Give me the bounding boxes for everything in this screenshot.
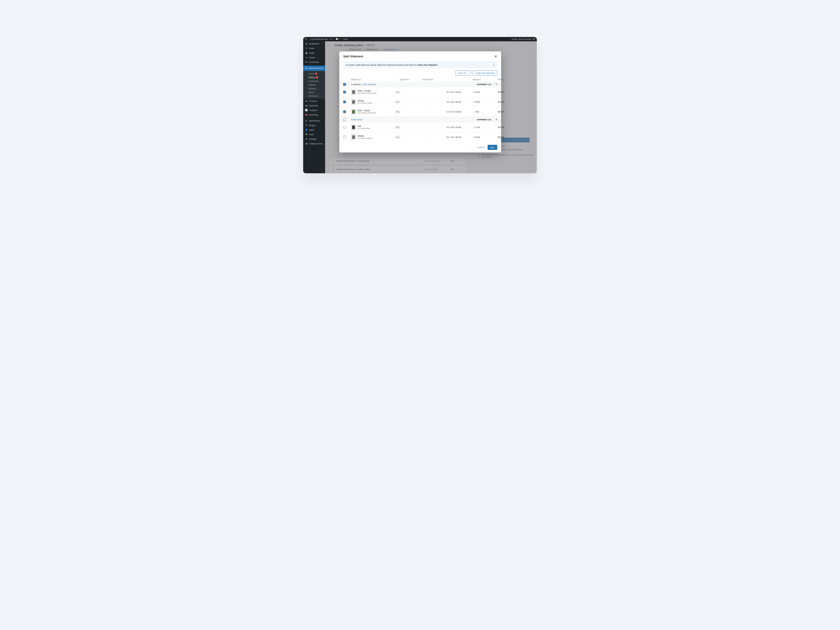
- product-slug: woo-fasion-shirt-green: [358, 112, 376, 114]
- product-thumb: [351, 89, 356, 95]
- nav-posts[interactable]: ✎Posts: [303, 46, 325, 51]
- nav-woocommerce[interactable]: ⓦWooCommerce: [303, 66, 325, 71]
- nav-plugins[interactable]: 🔌Plugins: [303, 123, 325, 128]
- col-spacer: [441, 79, 467, 81]
- product-row: Shoeswoo-fasion-shoes x 1 - 18 x 28 x 38…: [339, 133, 501, 142]
- product-slug: woo-fasion-shirt-cream: [358, 92, 376, 94]
- product-thumb: [351, 109, 356, 115]
- nav-products[interactable]: 🛍Products: [303, 99, 325, 103]
- remove-shipment-icon[interactable]: ✕: [491, 83, 497, 85]
- product-name: Shoes: [358, 99, 372, 102]
- select-all-checkbox[interactable]: ✓: [343, 83, 346, 86]
- nav-pages[interactable]: ▭Pages: [303, 55, 325, 60]
- subnav-status[interactable]: Status: [303, 90, 325, 94]
- price: $18.00: [487, 101, 504, 103]
- product-name: Hat: [358, 125, 370, 127]
- dimensions: 18 x 28 x 38 (in): [441, 101, 467, 103]
- quantity-pill: x 1: [395, 136, 401, 139]
- row-checkbox[interactable]: ✓: [343, 111, 346, 113]
- nav-media[interactable]: ▣Media: [303, 51, 325, 55]
- shipment-group-header: Select all (5) SHIPMENT 2/2 ✕: [339, 117, 501, 123]
- quantity-pill: x 1: [395, 90, 401, 94]
- save-button[interactable]: Save: [488, 145, 497, 150]
- row-checkbox[interactable]: [343, 126, 346, 129]
- shipment-label: SHIPMENT 2/2: [395, 118, 491, 121]
- product-row: ✓ Shirt - Greenwoo-fasion-shirt-green x …: [339, 107, 501, 117]
- row-checkbox[interactable]: ✓: [343, 101, 346, 103]
- remove-shipment-icon[interactable]: ✕: [491, 118, 497, 121]
- price: $12.00: [487, 126, 504, 128]
- nav-tools[interactable]: 🛠Tools: [303, 132, 325, 137]
- nav-comments[interactable]: ✉Comments: [303, 60, 325, 64]
- col-weight: Weight: [467, 79, 487, 81]
- row-checkbox[interactable]: [343, 136, 346, 139]
- price: $18.00: [487, 136, 504, 138]
- col-product: Product: [351, 79, 395, 81]
- site-name[interactable]: ⌂ My WordPress Site: [309, 38, 328, 40]
- move-to-button[interactable]: Move To⌄: [456, 70, 471, 76]
- product-slug: woo-fasion-hat: [358, 127, 370, 129]
- admin-bar: ⓦ ⌂ My WordPress Site ⟳ 1 💬 0 + New Howd…: [303, 37, 537, 41]
- app-window: ⓦ ⌂ My WordPress Site ⟳ 1 💬 0 + New Howd…: [303, 37, 537, 173]
- weight: 0.8 lbs: [467, 101, 487, 103]
- product-name: Shirt - Green: [358, 109, 376, 112]
- nav-payments[interactable]: ▤Payments: [303, 103, 325, 108]
- wp-logo-icon[interactable]: ⓦ: [305, 38, 307, 41]
- price: $25.00: [487, 91, 504, 93]
- nav-analytics[interactable]: 📊Analytics: [303, 108, 325, 112]
- subnav-customers[interactable]: Customers: [303, 79, 325, 83]
- avatar[interactable]: [533, 38, 535, 40]
- subnav-home[interactable]: Home3: [303, 72, 325, 76]
- product-slug: woo-fasion-shoes: [358, 137, 372, 139]
- dimensions: 13 x 23 x 33 (in): [441, 126, 467, 128]
- nav-dashboard[interactable]: ⊞Dashboard: [303, 41, 325, 46]
- dismiss-notice-icon[interactable]: ✕: [493, 63, 495, 66]
- row-checkbox[interactable]: ✓: [343, 91, 346, 93]
- nav-appearance[interactable]: 🖌Appearance: [303, 118, 325, 123]
- product-row: › Hatwoo-fasion-hat x 4 - 13 x 23 x 33 (…: [339, 123, 501, 133]
- product-thumb: [351, 124, 356, 130]
- modal-title: Split Shipment: [343, 55, 494, 58]
- product-name: Shirt - Cream: [358, 90, 376, 92]
- nav-settings[interactable]: ⚙Settings: [303, 137, 325, 141]
- info-notice: To create a split shipment, please selec…: [343, 62, 497, 68]
- nav-users[interactable]: 👤Users: [303, 128, 325, 132]
- dimensions: 10 x 20 x 30 (in): [441, 91, 467, 93]
- product-slug: woo-fasion-shoes: [358, 102, 372, 104]
- subnav-orders[interactable]: Orders6: [303, 76, 325, 79]
- expand-icon[interactable]: ›: [347, 126, 348, 128]
- col-price: Price: [487, 79, 504, 81]
- shipment-label: SHIPMENT 1/2: [395, 83, 491, 85]
- howdy-text[interactable]: Howdy, Team Escargot: [512, 38, 532, 40]
- admin-sidebar: ⊞Dashboard ✎Posts ▣Media ▭Pages ✉Comment…: [303, 41, 325, 173]
- subnav-settings[interactable]: Settings: [303, 87, 325, 90]
- create-shipment-button[interactable]: Create new shipment: [473, 70, 497, 76]
- col-variation: Variation: [415, 79, 441, 81]
- quantity-pill: x 4: [395, 126, 401, 129]
- select-all-checkbox[interactable]: [343, 118, 346, 121]
- subnav-reports[interactable]: Reports: [303, 83, 325, 87]
- clear-selection-link[interactable]: Clear selection: [362, 83, 376, 85]
- select-all-link[interactable]: Select all (5): [351, 118, 395, 121]
- subnav-extensions[interactable]: Extensions: [303, 94, 325, 98]
- table-header: Product Quantity Variation Weight Price: [339, 77, 501, 82]
- cancel-button[interactable]: Cancel: [477, 145, 486, 150]
- comments-count[interactable]: 💬 0: [336, 38, 340, 40]
- chevron-down-icon: ⌄: [467, 72, 469, 74]
- product-thumb: [351, 134, 356, 140]
- weight: 1 lbs: [467, 111, 487, 113]
- nav-collapse[interactable]: ◀Collapse menu: [303, 141, 325, 146]
- close-icon[interactable]: ✕: [494, 54, 497, 58]
- col-quantity: Quantity: [395, 79, 415, 81]
- new-content[interactable]: + New: [342, 38, 347, 40]
- product-row: ✓ Shoeswoo-fasion-shoes x 1 - 18 x 28 x …: [339, 97, 501, 107]
- weight: 1.1 lbs: [467, 126, 487, 128]
- variation-dash: -: [415, 91, 441, 93]
- nav-marketing[interactable]: 📣Marketing: [303, 112, 325, 117]
- updates-count[interactable]: ⟳ 1: [330, 38, 333, 40]
- weight: 0.8 lbs: [467, 136, 487, 138]
- product-name: Shoes: [358, 135, 372, 137]
- weight: 0.8 lbs: [467, 91, 487, 93]
- nav-woo-submenu: Home3 Orders6 Customers Reports Settings…: [303, 71, 325, 99]
- product-thumb: [351, 99, 356, 105]
